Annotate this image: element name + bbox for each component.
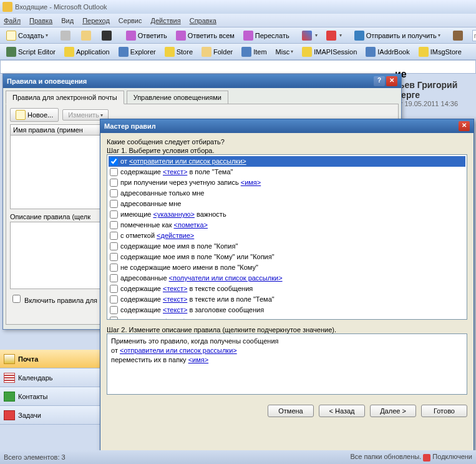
new-rule-button[interactable]: Новое... <box>10 108 59 122</box>
condition-row[interactable]: при получении через учетную запись <имя> <box>109 177 465 188</box>
condition-link[interactable]: <получатели или список рассылки> <box>169 274 283 282</box>
condition-checkbox[interactable] <box>110 232 118 240</box>
rule-description: Применить это правило, когда получены со… <box>107 333 467 395</box>
enable-rules-checkbox[interactable] <box>12 295 21 303</box>
application-button[interactable]: Application <box>61 46 114 58</box>
msgstore-button[interactable]: IMsgStore <box>415 46 465 58</box>
send-receive-button[interactable]: Отправить и получить▾ <box>351 29 444 42</box>
condition-row[interactable]: содержащие мое имя в поле "Кому" или "Ко… <box>109 252 465 262</box>
create-button[interactable]: Создать▾ <box>2 29 52 42</box>
window-titlebar: Входящие - Microsoft Outlook <box>0 0 476 14</box>
category-button[interactable]: ▾ <box>298 29 321 42</box>
condition-checkbox[interactable] <box>110 221 118 229</box>
condition-row[interactable]: адресованные только мне <box>109 188 465 199</box>
tab-alerts[interactable]: Управление оповещениями <box>127 91 228 104</box>
menu-edit[interactable]: Правка <box>29 17 52 24</box>
menu-help[interactable]: Справка <box>190 17 216 24</box>
desc-sender-link[interactable]: <отправители или список рассылки> <box>120 347 237 354</box>
condition-row[interactable]: содержащие мое имя в поле "Копия" <box>109 241 465 252</box>
reply-all-button[interactable]: Ответить всем <box>172 29 238 42</box>
condition-checkbox[interactable] <box>110 285 118 293</box>
folder-button[interactable]: Folder <box>198 46 236 58</box>
menu-go[interactable]: Переход <box>82 17 110 24</box>
condition-row[interactable]: адресованные <получатели или список расс… <box>109 273 465 284</box>
rules-dialog-titlebar: Правила и оповещения ? ✕ <box>3 74 401 88</box>
status-error-icon <box>423 454 430 462</box>
condition-checkbox[interactable] <box>110 242 118 250</box>
condition-row[interactable]: имеющие <указанную> важность <box>109 209 465 220</box>
nav-tasks[interactable]: Задачи <box>0 406 100 425</box>
flag-button[interactable]: ▾ <box>323 29 346 42</box>
wizard-close-button[interactable]: ✕ <box>459 121 470 131</box>
condition-checkbox[interactable] <box>110 264 118 272</box>
condition-row[interactable]: не содержащие моего имени в поле "Кому" <box>109 262 465 273</box>
store-button[interactable]: Store <box>161 46 197 58</box>
condition-checkbox[interactable] <box>110 157 118 165</box>
print-button[interactable] <box>57 29 76 42</box>
condition-checkbox[interactable] <box>110 189 118 197</box>
nav-mail[interactable]: Почта <box>0 350 100 368</box>
condition-checkbox[interactable] <box>110 274 118 282</box>
preview-pane: ие тьев Григорий Серге Чт 19.05.2011 14:… <box>395 69 476 107</box>
move-button[interactable] <box>77 29 97 42</box>
done-button[interactable]: Готово <box>421 405 467 417</box>
back-button[interactable]: < Назад <box>319 405 365 417</box>
explorer-button[interactable]: Explorer <box>115 46 160 58</box>
condition-link[interactable]: <текст> <box>163 168 187 175</box>
condition-row[interactable]: содержащие <текст> в адресе получателя <box>109 315 465 320</box>
menu-service[interactable]: Сервис <box>119 17 142 24</box>
condition-link[interactable]: <отправители или список рассылки> <box>129 157 246 165</box>
condition-row[interactable]: содержащие <текст> в заголовке сообщения <box>109 305 465 315</box>
addrbook-button[interactable]: IAddrBook <box>362 46 413 58</box>
condition-link[interactable]: <текст> <box>163 317 187 320</box>
condition-checkbox[interactable] <box>110 168 118 176</box>
condition-row[interactable]: содержащие <текст> в поле "Тема" <box>109 167 465 177</box>
condition-checkbox[interactable] <box>110 295 118 304</box>
search-input[interactable] <box>472 30 476 41</box>
condition-checkbox[interactable] <box>110 317 118 320</box>
condition-link[interactable]: <действие> <box>157 232 194 239</box>
nav-calendar[interactable]: Календарь <box>0 368 100 387</box>
close-button[interactable]: ✕ <box>386 76 397 86</box>
item-button[interactable]: Item <box>238 46 270 58</box>
menu-file[interactable]: Файл <box>4 17 21 24</box>
condition-row[interactable]: адресованные мне <box>109 199 465 209</box>
condition-row[interactable]: помеченные как <пометка> <box>109 220 465 230</box>
condition-checkbox[interactable] <box>110 253 118 261</box>
next-button[interactable]: Далее > <box>370 405 416 417</box>
help-button[interactable]: ? <box>374 76 385 86</box>
forward-button[interactable]: Переслать <box>240 29 293 42</box>
menu-actions[interactable]: Действия <box>151 17 181 24</box>
condition-checkbox[interactable] <box>110 210 118 219</box>
folder-icon <box>81 31 91 41</box>
toolbar-main: Создать▾ Ответить Ответить всем Переслат… <box>0 27 476 44</box>
desc-folder-link[interactable]: <имя> <box>188 356 209 363</box>
condition-checkbox[interactable] <box>110 200 118 208</box>
condition-link[interactable]: <текст> <box>163 295 187 303</box>
mapi-button[interactable]: IMAPISession <box>298 46 361 58</box>
conditions-list[interactable]: от <отправители или список рассылки>соде… <box>107 154 467 320</box>
delete-button[interactable] <box>98 29 117 42</box>
condition-link[interactable]: <пометка> <box>174 221 208 229</box>
cancel-button[interactable]: Отмена <box>268 405 314 417</box>
wizard-footer: Отмена < Назад Далее > Готово <box>100 400 474 422</box>
print-icon <box>61 31 70 41</box>
tab-email-rules[interactable]: Правила для электронной почты <box>6 91 124 104</box>
misc-button[interactable]: Misc▾ <box>272 47 298 57</box>
condition-checkbox[interactable] <box>110 179 118 187</box>
condition-link[interactable]: <текст> <box>163 306 187 313</box>
condition-row[interactable]: с отметкой <действие> <box>109 230 465 241</box>
addressbook-button[interactable] <box>449 29 469 42</box>
condition-link[interactable]: <указанную> <box>153 210 194 218</box>
condition-link[interactable]: <имя> <box>241 179 261 186</box>
nav-contacts[interactable]: Контакты <box>0 387 100 406</box>
menu-view[interactable]: Вид <box>61 17 74 24</box>
condition-link[interactable]: <текст> <box>163 285 187 292</box>
reply-button[interactable]: Ответить <box>122 29 171 42</box>
nav-pane: Почта Календарь Контакты Задачи <box>0 350 100 425</box>
condition-row[interactable]: содержащие <текст> в тексте или в поле "… <box>109 294 465 305</box>
condition-row[interactable]: от <отправители или список рассылки> <box>109 156 465 167</box>
condition-row[interactable]: содержащие <текст> в тексте сообщения <box>109 284 465 294</box>
condition-checkbox[interactable] <box>110 306 118 314</box>
script-editor-button[interactable]: Script Editor <box>2 46 59 58</box>
